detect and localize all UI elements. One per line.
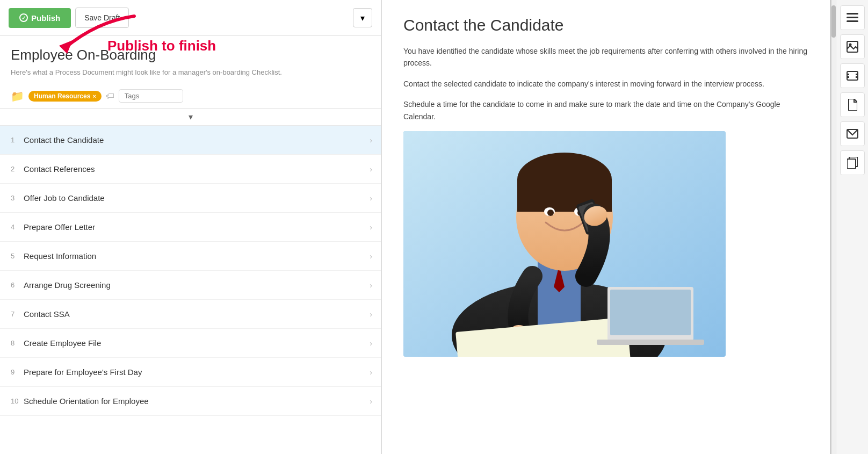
toolbar: ✓ Publish Save Draft ▾ Publish to finish (0, 0, 381, 36)
dropdown-button[interactable]: ▾ (353, 8, 372, 27)
right-scrollbar[interactable] (831, 0, 836, 454)
image-icon[interactable] (840, 34, 865, 59)
document-description: Here's what a Process Document might loo… (11, 68, 370, 77)
chevron-right-icon: › (370, 310, 372, 319)
hamburger-menu-icon[interactable] (840, 5, 865, 30)
item-label: Schedule Orientation for Employee (24, 397, 370, 406)
checklist-item[interactable]: 2 Contact References › (0, 155, 381, 184)
person-illustration (403, 131, 726, 357)
publish-button[interactable]: ✓ Publish (9, 8, 71, 28)
content-paragraph: Contact the selected candidate to indica… (403, 78, 808, 90)
checklist: 1 Contact the Candidate › 2 Contact Refe… (0, 126, 381, 454)
checklist-item[interactable]: 10 Schedule Orientation for Employee › (0, 387, 381, 416)
item-number: 8 (11, 339, 24, 347)
right-panel: Contact the Candidate You have identifie… (381, 0, 868, 454)
item-label: Contact the Candidate (24, 135, 370, 145)
category-tag-label: Human Resources (34, 92, 90, 100)
svg-rect-22 (847, 13, 858, 15)
svg-rect-31 (856, 76, 858, 78)
category-tag[interactable]: Human Resources × (28, 91, 102, 102)
item-number: 7 (11, 310, 24, 318)
checklist-item[interactable]: 3 Offer Job to Candidate › (0, 184, 381, 213)
chevron-right-icon: › (370, 136, 372, 145)
chevron-right-icon: › (370, 368, 372, 377)
svg-rect-30 (856, 74, 858, 75)
right-scroll-thumb[interactable] (831, 5, 836, 38)
svg-rect-27 (847, 71, 858, 80)
item-number: 6 (11, 281, 24, 289)
content-paragraph: You have identified the candidate whose … (403, 45, 808, 69)
item-label: Prepare for Employee's First Day (24, 367, 370, 377)
checklist-item[interactable]: 8 Create Employee File › (0, 329, 381, 358)
item-number: 10 (11, 397, 24, 405)
svg-rect-34 (847, 159, 856, 169)
item-label: Prepare Offer Letter (24, 222, 370, 232)
file-icon[interactable] (840, 92, 865, 117)
svg-rect-21 (597, 340, 704, 345)
svg-point-10 (547, 210, 554, 216)
item-number: 5 (11, 252, 24, 260)
svg-rect-23 (847, 17, 858, 18)
item-number: 3 (11, 194, 24, 202)
document-header: Employee On-Boarding Here's what a Proce… (0, 36, 381, 84)
main-container: ✓ Publish Save Draft ▾ Publish to finish… (0, 0, 868, 454)
item-label: Contact SSA (24, 309, 370, 319)
tags-input[interactable] (119, 89, 183, 103)
chevron-right-icon: › (370, 339, 372, 348)
content-body: You have identified the candidate whose … (403, 45, 808, 122)
publish-label: Publish (31, 13, 60, 23)
svg-rect-24 (847, 20, 858, 22)
content-title: Contact the Candidate (403, 16, 808, 34)
content-paragraph: Schedule a time for the candidate to com… (403, 98, 808, 122)
left-panel: ✓ Publish Save Draft ▾ Publish to finish… (0, 0, 381, 454)
svg-rect-28 (847, 74, 849, 75)
item-label: Create Employee File (24, 338, 370, 348)
item-number: 9 (11, 368, 24, 376)
item-label: Arrange Drug Screening (24, 280, 370, 290)
save-draft-label: Save Draft (84, 13, 120, 22)
svg-rect-29 (847, 76, 849, 78)
checklist-item[interactable]: 6 Arrange Drug Screening › (0, 271, 381, 300)
item-label: Contact References (24, 164, 370, 174)
tag-icon: 🏷 (106, 91, 114, 101)
checklist-item[interactable]: 4 Prepare Offer Letter › (0, 213, 381, 242)
document-title: Employee On-Boarding (11, 47, 370, 63)
save-draft-button[interactable]: Save Draft (75, 8, 129, 28)
content-area: Contact the Candidate You have identifie… (382, 0, 831, 454)
tags-area: 📁 Human Resources × 🏷 (0, 84, 381, 109)
chevron-right-icon: › (370, 397, 372, 406)
check-icon: ✓ (19, 13, 28, 22)
checklist-item[interactable]: 5 Request Information › (0, 242, 381, 271)
chevron-down-icon: ▾ (189, 112, 193, 122)
remove-tag-icon[interactable]: × (92, 93, 96, 99)
item-label: Offer Job to Candidate (24, 193, 370, 203)
content-image (403, 131, 726, 357)
chevron-right-icon: › (370, 165, 372, 174)
item-number: 1 (11, 136, 24, 144)
collapse-toggle[interactable]: ▾ (0, 109, 381, 126)
checklist-item[interactable]: 7 Contact SSA › (0, 300, 381, 329)
item-label: Request Information (24, 251, 370, 261)
chevron-right-icon: › (370, 223, 372, 232)
chevron-right-icon: › (370, 194, 372, 203)
mail-icon[interactable] (840, 121, 865, 146)
folder-icon: 📁 (11, 90, 24, 103)
item-number: 4 (11, 223, 24, 231)
copy-icon[interactable] (840, 150, 865, 175)
item-number: 2 (11, 165, 24, 173)
chevron-right-icon: › (370, 281, 372, 290)
right-sidebar (836, 0, 868, 454)
checklist-item[interactable]: 1 Contact the Candidate › (0, 126, 381, 155)
film-icon[interactable] (840, 63, 865, 88)
chevron-right-icon: › (370, 252, 372, 261)
dropdown-icon: ▾ (360, 13, 365, 23)
svg-rect-20 (610, 290, 691, 335)
checklist-item[interactable]: 9 Prepare for Employee's First Day › (0, 358, 381, 387)
